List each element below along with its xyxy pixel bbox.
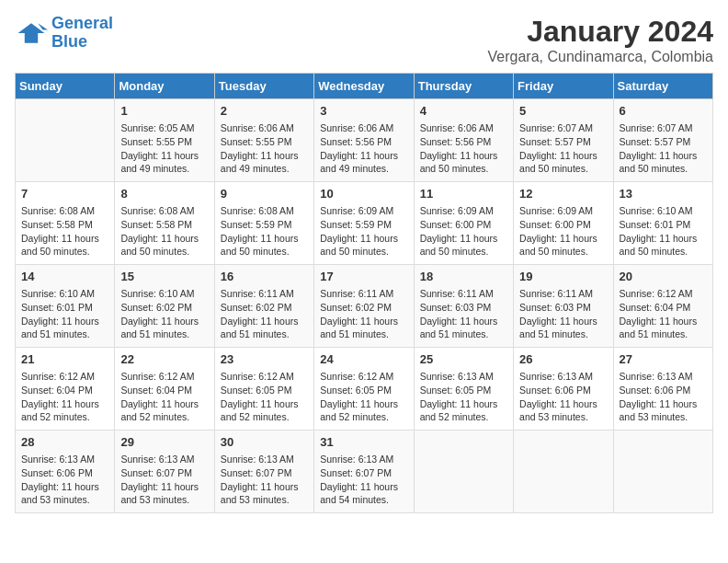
day-info: Sunrise: 6:11 AM Sunset: 6:02 PM Dayligh… [320, 287, 409, 341]
svg-marker-1 [38, 23, 48, 29]
logo-text: General Blue [51, 15, 113, 52]
calendar-week-row: 21Sunrise: 6:12 AM Sunset: 6:04 PM Dayli… [16, 348, 713, 431]
day-info: Sunrise: 6:05 AM Sunset: 5:55 PM Dayligh… [120, 121, 210, 176]
day-number: 28 [21, 434, 110, 451]
day-number: 24 [320, 351, 409, 368]
day-number: 19 [519, 269, 609, 285]
day-number: 16 [221, 269, 310, 285]
day-number: 17 [320, 269, 409, 285]
day-info: Sunrise: 6:06 AM Sunset: 5:56 PM Dayligh… [420, 121, 509, 176]
day-number: 3 [320, 103, 409, 120]
day-info: Sunrise: 6:12 AM Sunset: 6:04 PM Dayligh… [120, 370, 210, 424]
calendar-week-row: 1Sunrise: 6:05 AM Sunset: 5:55 PM Daylig… [16, 99, 713, 182]
day-info: Sunrise: 6:09 AM Sunset: 6:00 PM Dayligh… [420, 204, 509, 259]
day-number: 8 [120, 186, 210, 202]
day-info: Sunrise: 6:10 AM Sunset: 6:02 PM Dayligh… [120, 287, 210, 341]
calendar-cell: 22Sunrise: 6:12 AM Sunset: 6:04 PM Dayli… [115, 348, 214, 431]
day-info: Sunrise: 6:07 AM Sunset: 5:57 PM Dayligh… [620, 121, 709, 176]
logo: General Blue [15, 15, 113, 52]
calendar-cell: 3Sunrise: 6:06 AM Sunset: 5:56 PM Daylig… [314, 99, 414, 182]
calendar-cell [613, 431, 712, 513]
calendar-cell: 2Sunrise: 6:06 AM Sunset: 5:55 PM Daylig… [214, 99, 313, 182]
calendar-cell: 21Sunrise: 6:12 AM Sunset: 6:04 PM Dayli… [16, 348, 115, 431]
calendar-cell: 12Sunrise: 6:09 AM Sunset: 6:00 PM Dayli… [514, 182, 613, 265]
day-number: 29 [120, 434, 210, 451]
calendar-cell: 19Sunrise: 6:11 AM Sunset: 6:03 PM Dayli… [514, 265, 613, 348]
day-number: 13 [620, 186, 709, 202]
day-info: Sunrise: 6:10 AM Sunset: 6:01 PM Dayligh… [21, 287, 110, 341]
day-number: 26 [519, 351, 609, 368]
day-number: 9 [221, 186, 310, 202]
day-info: Sunrise: 6:08 AM Sunset: 5:59 PM Dayligh… [221, 204, 310, 259]
day-number: 5 [519, 103, 609, 120]
calendar-table: SundayMondayTuesdayWednesdayThursdayFrid… [15, 73, 713, 513]
calendar-cell: 25Sunrise: 6:13 AM Sunset: 6:05 PM Dayli… [414, 348, 513, 431]
day-number: 30 [221, 434, 310, 451]
day-number: 6 [620, 103, 709, 120]
calendar-cell: 27Sunrise: 6:13 AM Sunset: 6:06 PM Dayli… [613, 348, 712, 431]
day-info: Sunrise: 6:13 AM Sunset: 6:07 PM Dayligh… [320, 453, 409, 507]
day-info: Sunrise: 6:13 AM Sunset: 6:06 PM Dayligh… [21, 453, 110, 507]
calendar-week-row: 14Sunrise: 6:10 AM Sunset: 6:01 PM Dayli… [16, 265, 713, 348]
calendar-cell: 28Sunrise: 6:13 AM Sunset: 6:06 PM Dayli… [16, 431, 115, 513]
calendar-cell [414, 431, 513, 513]
day-number: 22 [120, 351, 210, 368]
weekday-header-thursday: Thursday [414, 74, 513, 99]
calendar-cell: 8Sunrise: 6:08 AM Sunset: 5:58 PM Daylig… [115, 182, 214, 265]
weekday-header-friday: Friday [514, 74, 613, 99]
calendar-cell: 16Sunrise: 6:11 AM Sunset: 6:02 PM Dayli… [214, 265, 313, 348]
day-number: 12 [519, 186, 609, 202]
day-number: 31 [320, 434, 409, 451]
calendar-cell: 7Sunrise: 6:08 AM Sunset: 5:58 PM Daylig… [16, 182, 115, 265]
calendar-cell: 4Sunrise: 6:06 AM Sunset: 5:56 PM Daylig… [414, 99, 513, 182]
day-number: 18 [420, 269, 509, 285]
calendar-cell [514, 431, 613, 513]
day-info: Sunrise: 6:13 AM Sunset: 6:07 PM Dayligh… [221, 453, 310, 507]
calendar-cell: 11Sunrise: 6:09 AM Sunset: 6:00 PM Dayli… [414, 182, 513, 265]
calendar-cell: 18Sunrise: 6:11 AM Sunset: 6:03 PM Dayli… [414, 265, 513, 348]
day-info: Sunrise: 6:11 AM Sunset: 6:03 PM Dayligh… [519, 287, 609, 341]
day-info: Sunrise: 6:13 AM Sunset: 6:06 PM Dayligh… [620, 370, 709, 424]
calendar-cell [16, 99, 115, 182]
day-number: 23 [221, 351, 310, 368]
calendar-week-row: 7Sunrise: 6:08 AM Sunset: 5:58 PM Daylig… [16, 182, 713, 265]
day-info: Sunrise: 6:09 AM Sunset: 6:00 PM Dayligh… [519, 204, 609, 259]
day-info: Sunrise: 6:09 AM Sunset: 5:59 PM Dayligh… [320, 204, 409, 259]
day-info: Sunrise: 6:12 AM Sunset: 6:04 PM Dayligh… [620, 287, 709, 341]
day-info: Sunrise: 6:12 AM Sunset: 6:05 PM Dayligh… [221, 370, 310, 424]
weekday-header-sunday: Sunday [16, 74, 115, 99]
day-number: 27 [620, 351, 709, 368]
day-number: 10 [320, 186, 409, 202]
day-info: Sunrise: 6:08 AM Sunset: 5:58 PM Dayligh… [120, 204, 210, 259]
calendar-cell: 20Sunrise: 6:12 AM Sunset: 6:04 PM Dayli… [613, 265, 712, 348]
page-header: General Blue January 2024 Vergara, Cundi… [15, 15, 713, 65]
calendar-cell: 17Sunrise: 6:11 AM Sunset: 6:02 PM Dayli… [314, 265, 414, 348]
logo-icon [15, 17, 48, 50]
day-info: Sunrise: 6:06 AM Sunset: 5:56 PM Dayligh… [320, 121, 409, 176]
day-info: Sunrise: 6:10 AM Sunset: 6:01 PM Dayligh… [620, 204, 709, 259]
calendar-cell: 6Sunrise: 6:07 AM Sunset: 5:57 PM Daylig… [613, 99, 712, 182]
weekday-header-saturday: Saturday [613, 74, 712, 99]
day-info: Sunrise: 6:13 AM Sunset: 6:06 PM Dayligh… [519, 370, 609, 424]
day-info: Sunrise: 6:12 AM Sunset: 6:04 PM Dayligh… [21, 370, 110, 424]
calendar-cell: 15Sunrise: 6:10 AM Sunset: 6:02 PM Dayli… [115, 265, 214, 348]
calendar-cell: 13Sunrise: 6:10 AM Sunset: 6:01 PM Dayli… [613, 182, 712, 265]
day-number: 4 [420, 103, 509, 120]
calendar-cell: 24Sunrise: 6:12 AM Sunset: 6:05 PM Dayli… [314, 348, 414, 431]
calendar-title: January 2024 [488, 15, 713, 49]
calendar-cell: 14Sunrise: 6:10 AM Sunset: 6:01 PM Dayli… [16, 265, 115, 348]
day-number: 14 [21, 269, 110, 285]
day-number: 20 [620, 269, 709, 285]
day-info: Sunrise: 6:13 AM Sunset: 6:05 PM Dayligh… [420, 370, 509, 424]
day-number: 11 [420, 186, 509, 202]
day-number: 15 [120, 269, 210, 285]
calendar-cell: 10Sunrise: 6:09 AM Sunset: 5:59 PM Dayli… [314, 182, 414, 265]
day-number: 21 [21, 351, 110, 368]
day-info: Sunrise: 6:12 AM Sunset: 6:05 PM Dayligh… [320, 370, 409, 424]
title-block: January 2024 Vergara, Cundinamarca, Colo… [488, 15, 713, 65]
day-info: Sunrise: 6:13 AM Sunset: 6:07 PM Dayligh… [120, 453, 210, 507]
weekday-header-monday: Monday [115, 74, 214, 99]
day-info: Sunrise: 6:06 AM Sunset: 5:55 PM Dayligh… [221, 121, 310, 176]
day-number: 25 [420, 351, 509, 368]
calendar-cell: 23Sunrise: 6:12 AM Sunset: 6:05 PM Dayli… [214, 348, 313, 431]
